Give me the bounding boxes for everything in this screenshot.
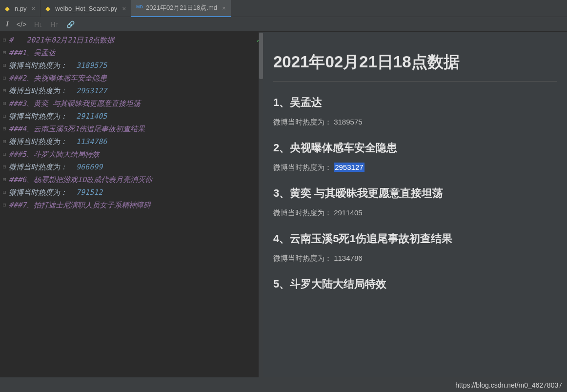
link-button[interactable]: 🔗 [66,21,75,28]
code-token: ### [9,148,22,161]
code-token: 微博当时热度为： [9,110,76,123]
code-token: 4、云南玉溪5死1伤追尾事故初查结果 [22,123,145,135]
code-token: 2、央视曝体感车安全隐患 [22,72,107,84]
code-token: 791512 [76,186,102,199]
code-line[interactable]: ⊟### 1、吴孟达 [0,46,263,59]
fold-icon[interactable]: ⊟ [3,173,9,186]
code-button[interactable]: </> [17,21,26,28]
preview-item: 5、斗罗大陆大结局特效 [273,277,557,291]
tab-file-2[interactable]: MD 2021年02月21日18点.md × [131,0,231,17]
code-line[interactable]: ⊟微博当时热度为： 3189575 [0,59,263,72]
code-line[interactable]: ⊟### 2、央视曝体感车安全隐患 [0,72,263,84]
code-token: 7、拍打迪士尼演职人员女子系精神障碍 [22,199,151,211]
fold-icon[interactable]: ⊟ [3,72,9,84]
preview-item: 1、吴孟达微博当时热度为： 3189575 [273,95,557,127]
tab-file-0[interactable]: ◆ n.py × [0,0,40,17]
code-line[interactable]: ⊟微博当时热度为： 2953127 [0,84,263,97]
fold-icon[interactable]: ⊟ [3,97,9,110]
fold-icon[interactable]: ⊟ [3,34,9,46]
fold-icon[interactable]: ⊟ [3,46,9,59]
heat-label: 微博当时热度为： [273,163,334,171]
code-line[interactable]: ⊟### 5、斗罗大陆大结局特效 [0,148,263,161]
preview-item: 2、央视曝体感车安全隐患微博当时热度为： 2953127 [273,141,557,172]
preview-heading: 4、云南玉溪5死1伤追尾事故初查结果 [273,231,557,246]
tab-label: weibo_Hot_Search.py [55,5,117,12]
vertical-scrollbar[interactable] [259,32,263,381]
code-token: 1、吴孟达 [22,46,56,59]
fold-icon[interactable]: ⊟ [3,135,9,148]
code-token: 2953127 [76,84,107,97]
code-line[interactable]: ⊟微博当时热度为： 2911405 [0,110,263,123]
fold-icon[interactable]: ⊟ [3,59,9,72]
markdown-preview: 2021年02月21日18点数据 1、吴孟达微博当时热度为： 31895752、… [263,32,567,381]
code-line[interactable]: ⊟### 7、拍打迪士尼演职人员女子系精神障碍 [0,199,263,211]
tab-label: n.py [15,5,27,12]
markdown-source-editor[interactable]: ✓ ⊟# 2021年02月21日18点数据⊟### 1、吴孟达⊟微博当时热度为：… [0,32,263,381]
code-token: # [9,34,26,46]
code-token: ### [9,97,22,110]
code-token: 微博当时热度为： [9,135,76,148]
code-line[interactable]: ⊟微博当时热度为： 966699 [0,161,263,173]
preview-heat-line: 微博当时热度为： 1134786 [273,254,557,263]
fold-icon[interactable]: ⊟ [3,199,9,211]
code-token: 6、杨幂想把游戏ID改成代表月亮消灭你 [22,173,152,186]
heading-down-button[interactable]: H↓ [34,21,42,28]
fold-icon[interactable]: ⊟ [3,123,9,135]
code-token: 966699 [76,161,102,173]
code-line[interactable]: ⊟微博当时热度为： 791512 [0,186,263,199]
tab-label: 2021年02月21日18点.md [146,3,217,12]
preview-heat-line: 微博当时热度为： 2953127 [273,163,557,172]
fold-icon[interactable]: ⊟ [3,110,9,123]
markdown-icon: MD [136,4,143,11]
code-token: ### [9,123,22,135]
preview-heat-line: 微博当时热度为： 3189575 [273,118,557,127]
code-token: ### [9,72,22,84]
code-token: 微博当时热度为： [9,186,76,199]
code-line[interactable]: ⊟### 6、杨幂想把游戏ID改成代表月亮消灭你 [0,173,263,186]
preview-heading: 5、斗罗大陆大结局特效 [273,277,557,291]
heat-label: 微博当时热度为： [273,208,334,217]
fold-icon[interactable]: ⊟ [3,161,9,173]
close-icon[interactable]: × [32,5,36,12]
tab-file-1[interactable]: ◆ weibo_Hot_Search.py × [40,0,131,17]
markdown-toolbar: I </> H↓ H↑ 🔗 [0,17,567,32]
code-token: ### [9,199,22,211]
python-icon: ◆ [45,5,52,12]
code-line[interactable]: ⊟### 3、黄奕 与其暧昧我更愿意直接坦荡 [0,97,263,110]
fold-icon[interactable]: ⊟ [3,148,9,161]
preview-heading: 2、央视曝体感车安全隐患 [273,141,557,155]
code-token: 1134786 [76,135,107,148]
main-split: ✓ ⊟# 2021年02月21日18点数据⊟### 1、吴孟达⊟微博当时热度为：… [0,32,567,381]
code-line[interactable]: ⊟# 2021年02月21日18点数据 [0,34,263,46]
code-token: ### [9,173,22,186]
code-token: ### [9,46,22,59]
scrollbar-thumb[interactable] [259,33,263,79]
close-icon[interactable]: × [122,5,126,12]
heat-value: 2911405 [334,208,362,217]
preview-heat-line: 微博当时热度为： 2911405 [273,208,557,218]
code-token: 3、黄奕 与其暧昧我更愿意直接坦荡 [22,97,141,110]
code-token: 3189575 [76,59,107,72]
close-icon[interactable]: × [222,4,226,12]
heat-value: 2953127 [334,163,364,172]
preview-item: 3、黄奕 与其暧昧我更愿意直接坦荡微博当时热度为： 2911405 [273,186,557,218]
python-icon: ◆ [5,5,12,12]
code-token: 微博当时热度为： [9,84,76,97]
italic-button[interactable]: I [6,20,9,28]
preview-heading: 1、吴孟达 [273,95,557,110]
heading-up-button[interactable]: H↑ [50,21,59,28]
heat-value: 3189575 [334,118,362,126]
code-token: 5、斗罗大陆大结局特效 [22,148,100,161]
heat-label: 微博当时热度为： [273,254,334,262]
code-token: 微博当时热度为： [9,59,76,72]
code-token: 微博当时热度为： [9,161,76,173]
preview-item: 4、云南玉溪5死1伤追尾事故初查结果微博当时热度为： 1134786 [273,231,557,263]
fold-icon[interactable]: ⊟ [3,84,9,97]
code-line[interactable]: ⊟### 4、云南玉溪5死1伤追尾事故初查结果 [0,123,263,135]
code-line[interactable]: ⊟微博当时热度为： 1134786 [0,135,263,148]
editor-tabs: ◆ n.py × ◆ weibo_Hot_Search.py × MD 2021… [0,0,567,17]
preview-title: 2021年02月21日18点数据 [273,51,557,82]
preview-heading: 3、黄奕 与其暧昧我更愿意直接坦荡 [273,186,557,201]
fold-icon[interactable]: ⊟ [3,186,9,199]
watermark-text: https://blog.csdn.net/m0_46278037 [455,381,562,389]
